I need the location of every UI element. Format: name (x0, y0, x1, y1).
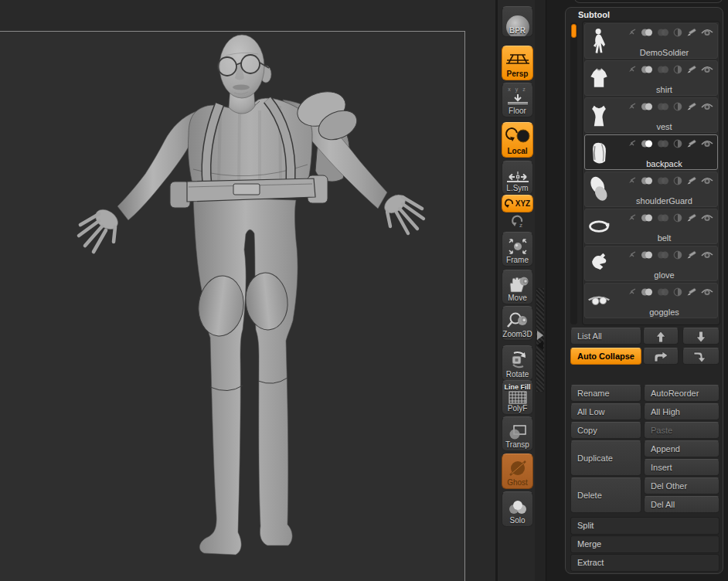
visibility-eye-icon[interactable] (701, 28, 713, 37)
paint-brush-icon[interactable] (686, 139, 697, 148)
move-up-hierarchy-button[interactable] (643, 348, 679, 365)
sculpt-model-demosoldier[interactable] (0, 32, 464, 581)
reorder-arrow-icon[interactable] (628, 213, 637, 223)
uv-circles-icon[interactable] (657, 28, 669, 37)
paint-brush-icon[interactable] (686, 213, 697, 223)
del-other-button[interactable]: Del Other (644, 477, 719, 494)
visibility-eye-icon[interactable] (701, 139, 713, 148)
insert-button[interactable]: Insert (644, 459, 719, 476)
subtool-up-button[interactable] (643, 328, 679, 345)
visibility-eye-icon[interactable] (701, 65, 713, 74)
reorder-arrow-icon[interactable] (628, 250, 637, 260)
reorder-arrow-icon[interactable] (628, 102, 637, 111)
merge-section-header[interactable]: Merge (570, 535, 719, 553)
viewport-canvas[interactable] (0, 31, 465, 581)
subtool-palette-title: Subtool (578, 10, 610, 19)
visibility-eye-icon[interactable] (701, 287, 713, 297)
paint-brush-icon[interactable] (686, 250, 697, 260)
contrast-circle-icon[interactable] (673, 28, 682, 37)
auto-collapse-button[interactable]: Auto Collapse (570, 348, 641, 365)
polyf-button[interactable]: Line Fill PolyF (502, 380, 533, 415)
tray-divider[interactable] (535, 0, 546, 581)
polypaint-icon[interactable] (641, 250, 653, 260)
del-all-button[interactable]: Del All (644, 496, 719, 513)
all-low-button[interactable]: All Low (570, 403, 641, 420)
visibility-eye-icon[interactable] (701, 250, 713, 260)
xyz-button[interactable]: XYZ (502, 195, 533, 212)
subtool-row[interactable]: belt (584, 209, 718, 244)
frame-button[interactable]: Frame (502, 232, 533, 267)
subtool-row[interactable]: vest (584, 97, 718, 133)
subtool-scrollbar[interactable] (570, 22, 577, 324)
uv-circles-icon[interactable] (657, 139, 669, 148)
subtool-row[interactable]: glove (584, 246, 718, 281)
copy-button[interactable]: Copy (570, 422, 641, 439)
uv-circles-icon[interactable] (657, 65, 669, 74)
visibility-eye-icon[interactable] (701, 102, 713, 111)
reorder-arrow-icon[interactable] (628, 287, 637, 297)
autoreorder-button[interactable]: AutoReorder (644, 385, 719, 402)
rename-button[interactable]: Rename (570, 385, 641, 402)
contrast-circle-icon[interactable] (673, 250, 682, 260)
split-section-header[interactable]: Split (570, 517, 719, 535)
rotate-z-icon[interactable]: z (511, 214, 525, 228)
zoom3d-button[interactable]: Zoom3D (502, 306, 533, 341)
polypaint-icon[interactable] (641, 102, 653, 111)
uv-circles-icon[interactable] (657, 176, 669, 185)
tray-open-arrow-icon[interactable] (537, 331, 543, 340)
contrast-circle-icon[interactable] (673, 287, 682, 297)
subtool-row[interactable]: DemoSoldier (584, 23, 718, 59)
extract-section-header[interactable]: Extract (570, 554, 719, 572)
polypaint-icon[interactable] (641, 176, 653, 185)
lsym-button[interactable]: L.Sym (502, 161, 533, 195)
paint-brush-icon[interactable] (686, 176, 697, 185)
paint-brush-icon[interactable] (686, 65, 697, 74)
uv-circles-icon[interactable] (657, 287, 669, 297)
persp-button[interactable]: Persp (502, 46, 533, 80)
subtool-down-button[interactable] (682, 328, 719, 345)
polypaint-icon[interactable] (641, 65, 653, 74)
visibility-eye-icon[interactable] (701, 213, 713, 223)
transp-button[interactable]: Transp (502, 416, 533, 451)
tray-close-arrow-icon[interactable] (537, 341, 543, 350)
subtool-row[interactable]: shoulderGuard (584, 172, 718, 207)
contrast-circle-icon[interactable] (673, 139, 682, 148)
local-button[interactable]: Local (502, 122, 533, 158)
uv-circles-icon[interactable] (657, 250, 669, 260)
duplicate-button[interactable]: Duplicate (570, 440, 641, 476)
paint-brush-icon[interactable] (686, 28, 697, 37)
paint-brush-icon[interactable] (686, 287, 697, 297)
polypaint-icon[interactable] (641, 287, 653, 297)
uv-circles-icon[interactable] (657, 102, 669, 111)
rotate-button[interactable]: Rotate (502, 345, 533, 381)
contrast-circle-icon[interactable] (673, 65, 682, 74)
reorder-arrow-icon[interactable] (628, 65, 637, 74)
solo-button[interactable]: Solo (502, 491, 533, 527)
contrast-circle-icon[interactable] (673, 102, 682, 111)
subtool-scrollbar-thumb[interactable] (571, 24, 577, 38)
visibility-eye-icon[interactable] (701, 176, 713, 185)
contrast-circle-icon[interactable] (673, 213, 682, 223)
paste-button[interactable]: Paste (644, 422, 719, 439)
reorder-arrow-icon[interactable] (628, 176, 637, 185)
polypaint-icon[interactable] (641, 139, 653, 148)
move-down-hierarchy-button[interactable] (682, 348, 719, 365)
reorder-arrow-icon[interactable] (628, 28, 637, 37)
append-button[interactable]: Append (644, 440, 719, 457)
contrast-circle-icon[interactable] (673, 176, 682, 185)
subtool-row[interactable]: shirt (584, 60, 718, 96)
move-button[interactable]: Move (502, 270, 533, 304)
delete-button[interactable]: Delete (570, 477, 641, 513)
list-all-button[interactable]: List All (570, 328, 641, 345)
polypaint-icon[interactable] (641, 213, 653, 223)
polypaint-icon[interactable] (641, 28, 653, 37)
reorder-arrow-icon[interactable] (628, 139, 637, 148)
subtool-row[interactable]: goggles (584, 283, 718, 318)
uv-circles-icon[interactable] (657, 213, 669, 223)
paint-brush-icon[interactable] (686, 102, 697, 111)
bpr-button[interactable]: BPR (502, 6, 533, 37)
floor-button[interactable]: x y z Floor (502, 83, 533, 117)
all-high-button[interactable]: All High (644, 403, 719, 420)
ghost-button[interactable]: Ghost (502, 454, 533, 489)
subtool-row[interactable]: backpack (584, 134, 718, 170)
